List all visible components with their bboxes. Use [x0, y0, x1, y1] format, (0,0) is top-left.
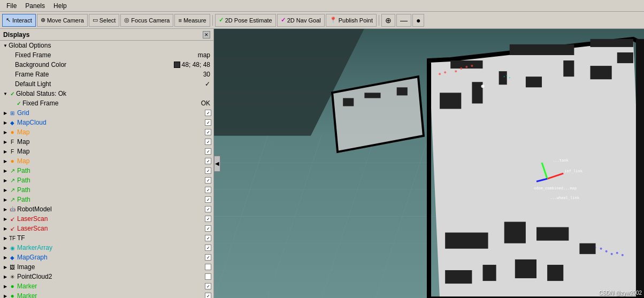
- grid-icon: ⊞: [9, 109, 16, 117]
- global-options-label: Global Options: [9, 42, 212, 49]
- global-options-header[interactable]: Global Options: [0, 41, 213, 50]
- map2-icon: F: [9, 138, 16, 146]
- sidebar-close-button[interactable]: ✕: [203, 31, 210, 39]
- crosshair-button[interactable]: ⊕: [381, 14, 395, 27]
- image-checkbox[interactable]: [205, 264, 211, 270]
- pointcloud2-checkbox[interactable]: [205, 273, 211, 280]
- display-tf[interactable]: TF TF: [0, 233, 213, 243]
- measure-button[interactable]: ≡ Measure: [174, 14, 210, 27]
- display-marker-2[interactable]: ● Marker: [0, 291, 213, 298]
- frame-rate-item[interactable]: Frame Rate 30: [0, 70, 213, 79]
- sidebar-content[interactable]: Global Options Fixed Frame map Backgroun…: [0, 41, 213, 298]
- map3-checkbox[interactable]: [205, 148, 211, 155]
- fixed-frame-value: map: [198, 51, 210, 59]
- path2-checkbox[interactable]: [205, 177, 211, 184]
- display-pointcloud2[interactable]: ✳ PointCloud2: [0, 272, 213, 281]
- tf-icon: TF: [9, 234, 16, 242]
- display-laserscan-1[interactable]: ↙ LaserScan: [0, 214, 213, 224]
- marker2-expand-icon: [2, 293, 9, 298]
- map2-checkbox[interactable]: [205, 139, 211, 145]
- minus-button[interactable]: —: [396, 14, 411, 27]
- display-map-3[interactable]: F Map: [0, 147, 213, 156]
- toolbar-sep-1: [212, 15, 213, 26]
- viewer-area[interactable]: ◀: [214, 29, 644, 298]
- frame-rate-expand-icon: [9, 71, 15, 78]
- display-laserscan-2[interactable]: ↙ LaserScan: [0, 224, 213, 233]
- path4-checkbox[interactable]: [205, 196, 211, 203]
- bg-color-item[interactable]: Background Color 48; 48; 48: [0, 60, 213, 70]
- display-path-1[interactable]: ↗ Path: [0, 166, 213, 175]
- select-button[interactable]: ▭ Select: [89, 14, 120, 27]
- focus-camera-icon: ◎: [124, 17, 129, 24]
- display-map-1[interactable]: ● Map: [0, 127, 213, 137]
- display-map-2[interactable]: F Map: [0, 137, 213, 147]
- pose-estimate-button[interactable]: ✓ 2D Pose Estimate: [215, 14, 276, 27]
- laser2-checkbox[interactable]: [205, 225, 211, 232]
- display-robotmodel[interactable]: 🤖 RobotModel: [0, 204, 213, 214]
- marker1-checkbox[interactable]: [205, 283, 211, 289]
- publish-point-button[interactable]: 📍 Publish Point: [326, 14, 377, 27]
- global-status-label: Global Status: Ok: [16, 90, 212, 97]
- display-markerarray[interactable]: ◉ MarkerArray: [0, 243, 213, 253]
- global-status-fixed-frame-item[interactable]: ✓ Fixed Frame OK: [0, 98, 213, 108]
- robotmodel-icon: 🤖: [9, 205, 16, 213]
- path2-icon: ↗: [9, 177, 16, 184]
- mapgraph-checkbox[interactable]: [205, 254, 211, 261]
- grid-label: Grid: [17, 109, 205, 117]
- display-map-4[interactable]: ● Map: [0, 156, 213, 166]
- svg-rect-30: [504, 222, 526, 243]
- bg-color-expand-icon: [9, 62, 15, 68]
- display-marker-1[interactable]: ● Marker: [0, 281, 213, 291]
- display-mapcloud[interactable]: ◆ MapCloud: [0, 118, 213, 127]
- path4-label: Path: [17, 196, 205, 203]
- mapcloud-checkbox[interactable]: [205, 119, 211, 126]
- marker2-checkbox[interactable]: [205, 293, 211, 298]
- robotmodel-checkbox[interactable]: [205, 206, 211, 212]
- menu-panels[interactable]: Panels: [21, 1, 49, 11]
- interact-button[interactable]: ↖ Interact: [2, 14, 36, 27]
- path3-checkbox[interactable]: [205, 187, 211, 193]
- markerarray-checkbox[interactable]: [205, 244, 211, 251]
- laser2-label: LaserScan: [17, 225, 205, 232]
- menu-help[interactable]: Help: [49, 1, 71, 11]
- markerarray-expand-icon: [2, 244, 9, 251]
- map1-checkbox[interactable]: [205, 129, 211, 135]
- svg-rect-28: [636, 39, 644, 297]
- display-path-4[interactable]: ↗ Path: [0, 195, 213, 204]
- default-light-item[interactable]: Default Light ✓: [0, 79, 213, 89]
- display-grid[interactable]: ⊞ Grid: [0, 108, 213, 118]
- path1-label: Path: [17, 167, 205, 174]
- nav-goal-button[interactable]: ✓ 2D Nav Goal: [277, 14, 325, 27]
- move-camera-label: Move Camera: [47, 17, 84, 24]
- select-icon: ▭: [93, 17, 98, 24]
- path3-label: Path: [17, 186, 205, 194]
- marker1-icon: ●: [9, 282, 16, 290]
- menu-file[interactable]: File: [2, 1, 21, 11]
- map4-checkbox[interactable]: [205, 158, 211, 164]
- mapgraph-expand-icon: [2, 254, 9, 261]
- move-camera-button[interactable]: ⊕ Move Camera: [37, 14, 88, 27]
- svg-point-57: [507, 75, 508, 76]
- display-mapgraph[interactable]: ◆ MapGraph: [0, 253, 213, 262]
- svg-rect-35: [515, 259, 536, 278]
- image-icon: 🖼: [9, 263, 16, 271]
- fixed-frame-item[interactable]: Fixed Frame map: [0, 50, 213, 60]
- grid-expand-icon: [2, 110, 9, 116]
- display-path-2[interactable]: ↗ Path: [0, 175, 213, 185]
- circle-button[interactable]: ●: [412, 14, 424, 27]
- path1-checkbox[interactable]: [205, 167, 211, 174]
- display-image[interactable]: 🖼 Image: [0, 262, 213, 272]
- laser1-checkbox[interactable]: [205, 216, 211, 222]
- svg-rect-61: [343, 98, 354, 106]
- svg-text:...tank: ...tank: [553, 158, 569, 163]
- map3-icon: F: [9, 148, 16, 155]
- markerarray-label: MarkerArray: [17, 244, 205, 251]
- global-status-header[interactable]: ✓ Global Status: Ok: [0, 89, 213, 98]
- focus-camera-button[interactable]: ◎ Focus Camera: [120, 14, 173, 27]
- grid-checkbox[interactable]: [205, 110, 211, 116]
- viewer-collapse-arrow[interactable]: ◀: [214, 156, 220, 172]
- display-path-3[interactable]: ↗ Path: [0, 185, 213, 195]
- path1-icon: ↗: [9, 167, 16, 174]
- tf-checkbox[interactable]: [205, 235, 211, 241]
- mapcloud-icon: ◆: [9, 119, 16, 126]
